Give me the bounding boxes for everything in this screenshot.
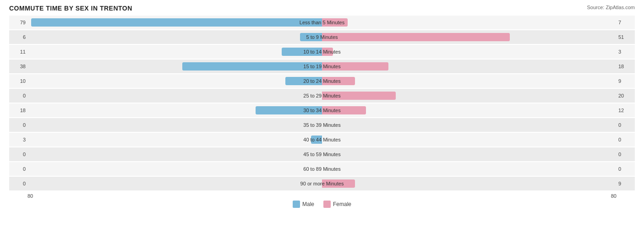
bar-container: 15 to 19 Minutes [27,60,617,73]
left-half [27,118,322,132]
legend: Male Female [9,201,635,208]
right-half [322,16,617,29]
male-value: 0 [9,181,27,186]
male-value: 0 [9,122,27,128]
left-half [27,30,322,44]
chart-row: 79Less than 5 Minutes7 [9,16,635,29]
chart-row: 1110 to 14 Minutes3 [9,45,635,59]
chart-row: 1020 to 24 Minutes9 [9,74,635,88]
female-bar [322,48,333,56]
chart-row: 060 to 89 Minutes0 [9,162,635,176]
female-value: 0 [617,122,635,128]
female-value: 3 [617,49,635,54]
bar-container: 90 or more Minutes [27,177,617,190]
female-value: 7 [617,20,635,25]
female-bar [322,33,510,41]
male-value: 10 [9,78,27,84]
male-value: 11 [9,49,27,54]
female-value: 0 [617,166,635,172]
left-half [27,133,322,147]
male-bar [300,33,322,41]
chart-row: 045 to 59 Minutes0 [9,147,635,161]
chart-row: 090 or more Minutes9 [9,177,635,190]
male-value: 38 [9,64,27,69]
male-label: Male [302,201,314,207]
right-half [322,147,617,161]
legend-female: Female [323,201,351,208]
left-half [27,74,322,88]
male-swatch [293,201,300,208]
chart-row: 1830 to 34 Minutes12 [9,103,635,117]
chart-area: 79Less than 5 Minutes765 to 9 Minutes511… [9,16,635,190]
chart-row: 65 to 9 Minutes51 [9,30,635,44]
male-value: 18 [9,108,27,113]
chart-row: 025 to 29 Minutes20 [9,89,635,103]
male-value: 0 [9,166,27,172]
bar-container: Less than 5 Minutes [27,16,617,29]
right-half [322,162,617,176]
female-bar [322,18,348,27]
left-half [27,177,322,190]
chart-row: 035 to 39 Minutes0 [9,118,635,132]
male-value: 3 [9,137,27,142]
right-half [322,60,617,73]
female-bar [322,92,396,100]
bar-container: 60 to 89 Minutes [27,162,617,176]
right-half [322,133,617,147]
left-half [27,60,322,73]
chart-row: 340 to 44 Minutes0 [9,133,635,147]
female-value: 0 [617,137,635,142]
male-bar [182,62,322,71]
female-value: 12 [617,108,635,113]
right-half [322,74,617,88]
source-text: Source: ZipAtlas.com [587,5,635,10]
female-bar [322,62,388,71]
male-bar [282,48,322,56]
female-bar [322,179,355,188]
female-value: 20 [617,93,635,98]
axis-right: 80 [611,193,617,199]
chart-container: COMMUTE TIME BY SEX IN TRENTON Source: Z… [9,5,635,208]
male-bar [311,136,322,144]
right-half [322,118,617,132]
axis-row: 80 80 [9,191,635,199]
male-value: 79 [9,20,27,25]
chart-row: 3815 to 19 Minutes18 [9,60,635,73]
female-bar [322,77,355,85]
bar-container: 35 to 39 Minutes [27,118,617,132]
left-half [27,16,322,29]
male-value: 6 [9,34,27,40]
female-value: 51 [617,34,635,40]
bar-container: 10 to 14 Minutes [27,45,617,59]
male-bar [285,77,322,85]
left-half [27,147,322,161]
bar-container: 5 to 9 Minutes [27,30,617,44]
right-half [322,177,617,190]
chart-title: COMMUTE TIME BY SEX IN TRENTON [9,5,132,12]
female-value: 9 [617,181,635,186]
male-bar [31,18,322,27]
female-label: Female [333,201,351,207]
male-value: 0 [9,152,27,157]
bar-container: 45 to 59 Minutes [27,147,617,161]
header: COMMUTE TIME BY SEX IN TRENTON Source: Z… [9,5,635,12]
bar-container: 30 to 34 Minutes [27,103,617,117]
right-half [322,89,617,103]
left-half [27,89,322,103]
left-half [27,162,322,176]
male-value: 0 [9,93,27,98]
female-bar [322,106,366,114]
bar-container: 20 to 24 Minutes [27,74,617,88]
female-value: 9 [617,78,635,84]
male-bar [256,106,322,114]
legend-male: Male [293,201,314,208]
axis-left: 80 [27,193,33,199]
female-swatch [323,201,331,208]
female-value: 0 [617,152,635,157]
left-half [27,45,322,59]
bar-container: 25 to 29 Minutes [27,89,617,103]
female-value: 18 [617,64,635,69]
right-half [322,30,617,44]
right-half [322,45,617,59]
bar-container: 40 to 44 Minutes [27,133,617,147]
